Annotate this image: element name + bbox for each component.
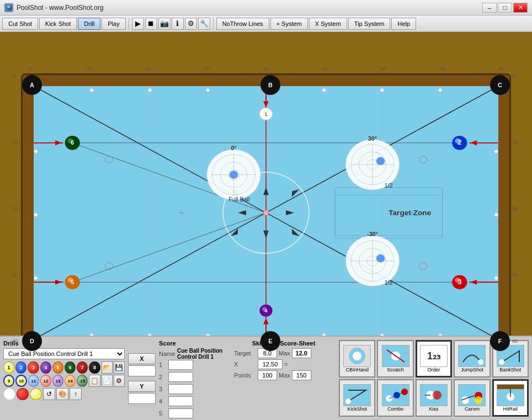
- drills-row-3: ↺ 🎨 ↑: [3, 388, 125, 400]
- y-input[interactable]: [128, 393, 156, 404]
- kick-shot-button[interactable]: Kick Shot: [39, 18, 77, 30]
- list-button[interactable]: 📄: [102, 375, 113, 387]
- ball-13[interactable]: 13: [52, 375, 63, 387]
- ball-6[interactable]: 6: [65, 361, 76, 374]
- save-button[interactable]: 💾: [114, 361, 125, 374]
- order-button[interactable]: 1₂₃ Order: [416, 340, 452, 378]
- ball-7[interactable]: 7: [77, 361, 88, 374]
- rotate-ccw-button[interactable]: ↺: [43, 388, 55, 400]
- ball-9[interactable]: 9: [3, 375, 14, 387]
- scratch-button[interactable]: Scratch: [377, 340, 413, 378]
- skill-x-label: X: [234, 361, 256, 368]
- hitrail-button[interactable]: HitRail: [492, 379, 529, 417]
- pocket-d: D: [22, 331, 42, 351]
- x-input[interactable]: [128, 365, 156, 376]
- svg-marker-34: [470, 140, 477, 145]
- ball-2[interactable]: 2: [15, 361, 26, 374]
- x-system-button[interactable]: X System: [309, 18, 347, 30]
- order-preview: 1₂₃: [420, 345, 448, 367]
- arrow-up-button[interactable]: ↑: [70, 388, 82, 400]
- ball-14[interactable]: 14: [65, 375, 76, 387]
- points-input[interactable]: [258, 370, 277, 380]
- ball-3[interactable]: 3: [28, 361, 39, 374]
- pool-table-container[interactable]: 0 10 20 30 40 50 60 70 80 0 10 20 30 40 …: [0, 32, 532, 352]
- title-bar: 🎱 PoolShot - www.PoolShot.org – □ ✕: [0, 0, 532, 15]
- copy-button[interactable]: 📋: [89, 375, 100, 387]
- bankshot-label: BankShot: [499, 367, 521, 373]
- svg-marker-62: [494, 276, 498, 280]
- y-button[interactable]: Y: [128, 381, 156, 392]
- svg-text:6: 6: [71, 140, 74, 146]
- skill-test-section: Skill Test Score-Sheet Target Max X = Po…: [234, 340, 333, 417]
- score-input-1[interactable]: [168, 360, 193, 370]
- drill-button[interactable]: Drill: [78, 18, 100, 30]
- open-file-button[interactable]: 📂: [102, 361, 113, 374]
- carom-preview: [458, 384, 486, 406]
- cbinhand-button[interactable]: CBInHand: [339, 340, 375, 378]
- ball-yellow[interactable]: [30, 388, 42, 400]
- svg-text:1/2: 1/2: [385, 183, 393, 189]
- play-icon-button[interactable]: ▶: [132, 18, 144, 30]
- minimize-button[interactable]: –: [482, 3, 497, 13]
- tools-icon-button[interactable]: 🔧: [198, 18, 210, 30]
- svg-point-136: [433, 391, 441, 400]
- max-input[interactable]: [292, 348, 311, 358]
- svg-point-23: [263, 210, 269, 215]
- ball-10[interactable]: 10: [15, 375, 26, 387]
- kiss-button[interactable]: Kiss: [416, 379, 452, 417]
- score-row-2: 2: [159, 371, 193, 382]
- ball-11[interactable]: 11: [28, 375, 39, 387]
- maximize-button[interactable]: □: [498, 3, 512, 13]
- score-input-4[interactable]: [168, 396, 193, 406]
- score-input-3[interactable]: [168, 384, 193, 394]
- stop-icon-button[interactable]: ⏹: [145, 18, 157, 30]
- x-button[interactable]: X: [128, 353, 156, 364]
- combo-button[interactable]: Combo: [377, 379, 413, 417]
- ball-1[interactable]: 1: [3, 361, 14, 374]
- tip-system-button[interactable]: Tip System: [348, 18, 391, 30]
- svg-text:5: 5: [71, 279, 74, 285]
- ball-15[interactable]: 15: [77, 375, 88, 387]
- ruler-left: 0 10 20 30 40: [12, 76, 20, 341]
- svg-marker-58: [34, 213, 38, 217]
- color-button[interactable]: 🎨: [56, 388, 68, 400]
- scratch-label: Scratch: [387, 367, 404, 373]
- points-row: Points Max: [234, 370, 333, 380]
- plus-system-button[interactable]: + System: [270, 18, 308, 30]
- ball-8[interactable]: 8: [89, 361, 100, 374]
- cut-shot-button[interactable]: Cut Shot: [2, 18, 38, 30]
- kickshot-button[interactable]: KickShot: [339, 379, 375, 417]
- camera-icon-button[interactable]: 📷: [158, 18, 171, 30]
- jumpshot-button[interactable]: JumpShot: [454, 340, 490, 378]
- info-icon-button[interactable]: ℹ: [172, 18, 184, 30]
- ball-5[interactable]: 5: [52, 361, 63, 374]
- ball-white[interactable]: [3, 388, 15, 400]
- score-row-1: 1: [159, 359, 193, 370]
- svg-marker-32: [55, 280, 62, 285]
- help-button[interactable]: Help: [391, 18, 416, 30]
- carom-button[interactable]: Carom: [454, 379, 490, 417]
- ball-12[interactable]: 12: [40, 375, 51, 387]
- drills-label: Drills: [3, 340, 125, 347]
- skill-x-input[interactable]: [258, 359, 283, 369]
- points-max-input[interactable]: [292, 370, 311, 380]
- toolbar: Cut Shot Kick Shot Drill Play ▶ ⏹ 📷 ℹ ⚙ …: [0, 15, 532, 32]
- table-svg: 6 5 2 3 1 4: [34, 86, 498, 339]
- ball-4[interactable]: 4: [40, 361, 51, 374]
- pocket-b: B: [260, 75, 280, 95]
- skill-test-label: Skill Test Score-Sheet: [234, 340, 333, 347]
- order-label: Order: [427, 367, 440, 373]
- score-input-2[interactable]: [168, 372, 193, 382]
- play-button[interactable]: Play: [102, 18, 125, 30]
- drills-dropdown[interactable]: Cue Ball Position Control Drill 1: [3, 348, 125, 359]
- svg-marker-28: [263, 318, 269, 324]
- settings2-button[interactable]: ⚙: [114, 375, 125, 387]
- nothrow-lines-button[interactable]: NoThrow Lines: [216, 18, 269, 30]
- ball-red[interactable]: [17, 388, 29, 400]
- target-label: Target: [234, 350, 256, 357]
- svg-point-118: [353, 352, 361, 360]
- settings-icon-button[interactable]: ⚙: [185, 18, 197, 30]
- table-frame: 6 5 2 3 1 4: [21, 73, 511, 352]
- close-button[interactable]: ✕: [513, 3, 528, 13]
- score-input-5[interactable]: [168, 408, 193, 418]
